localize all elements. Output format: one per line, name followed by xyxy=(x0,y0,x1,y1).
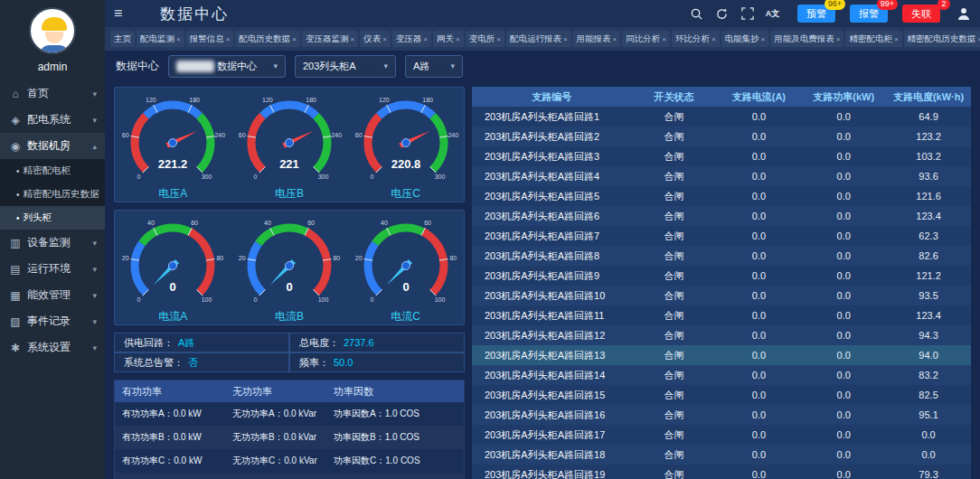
tab-power-history[interactable]: 配电历史数据× xyxy=(235,31,300,47)
tab-close-icon[interactable]: × xyxy=(456,35,460,43)
tab-close-icon[interactable]: × xyxy=(496,35,501,43)
sidebar-subitem-row-head-cabinet[interactable]: •列头柜 xyxy=(0,206,105,230)
tab-gateway[interactable]: 网关× xyxy=(433,31,464,47)
tab-power-monitor[interactable]: 配电监测× xyxy=(137,31,184,47)
tab-energy-collection[interactable]: 电能集抄× xyxy=(721,31,769,47)
info-value: A路 xyxy=(178,336,194,350)
sidebar-item-power-system[interactable]: ◈配电系统▾ xyxy=(0,107,105,133)
sidebar-item-label: 系统设置 xyxy=(27,340,71,355)
table-row[interactable]: 203机房A列头柜A路回路18合闸0.00.00.0 xyxy=(472,445,971,465)
svg-text:40: 40 xyxy=(264,220,271,226)
tab-close-icon[interactable]: × xyxy=(423,35,428,43)
tab-close-icon[interactable]: × xyxy=(761,35,766,43)
offline-button[interactable]: 失联2 xyxy=(902,5,940,23)
tab-home[interactable]: 主页 xyxy=(110,31,135,47)
table-row[interactable]: 203机房A列头柜A路回路17合闸0.00.00.0 xyxy=(472,425,971,445)
tab-mom-analysis[interactable]: 环比分析× xyxy=(672,31,720,47)
language-icon[interactable]: A文 xyxy=(765,6,780,22)
table-row[interactable]: 203机房A列头柜A路回路2合闸0.00.0123.2 xyxy=(472,127,971,146)
power-table-row: 有功功率C：0.0 kW无功功率C：0.0 kVar功率因数C：1.0 COS xyxy=(115,449,464,473)
branch-header-cell: 支路功率(kW) xyxy=(801,87,886,107)
tab-label: 用能及电费报表 xyxy=(774,33,834,45)
table-row[interactable]: 203机房A列头柜A路回路16合闸0.00.095.1 xyxy=(472,405,971,425)
table-row[interactable]: 203机房A列头柜A路回路5合闸0.00.0121.6 xyxy=(472,186,971,206)
svg-text:100: 100 xyxy=(434,296,445,303)
tab-energy-report[interactable]: 用能报表× xyxy=(573,31,621,47)
avatar[interactable] xyxy=(29,7,76,54)
sidebar-item-data-room[interactable]: ◉数据机房▴ xyxy=(0,133,105,159)
sidebar-subitem-precision-history[interactable]: •精密配电历史数据 xyxy=(0,183,105,206)
sidebar-item-system-settings[interactable]: ✱系统设置▾ xyxy=(0,334,105,361)
tab-yoy-analysis[interactable]: 同比分析× xyxy=(622,31,670,47)
branch-power-cell: 0.0 xyxy=(801,445,886,465)
user-icon[interactable] xyxy=(956,6,971,22)
branch-header-cell: 支路电度(kW·h) xyxy=(886,87,971,107)
tab-energy-fee-report[interactable]: 用能及电费报表× xyxy=(770,31,843,47)
sidebar-item-device-monitor[interactable]: ▥设备监测▾ xyxy=(0,230,105,256)
data-room-icon: ◉ xyxy=(8,140,23,153)
menu-toggle-icon[interactable]: ≡ xyxy=(114,5,122,22)
tab-close-icon[interactable]: × xyxy=(711,35,716,43)
tab-label: 环比分析 xyxy=(675,33,710,45)
table-row[interactable]: 203机房A列头柜A路回路15合闸0.00.082.5 xyxy=(472,385,971,405)
sidebar-item-event-log[interactable]: ▧事件记录▾ xyxy=(0,308,105,334)
tab-alarm-info[interactable]: 报警信息× xyxy=(186,31,234,47)
table-row[interactable]: 203机房A列头柜A路回路19合闸0.00.079.3 xyxy=(472,465,971,479)
datacenter-select[interactable]: 数据中心▾ xyxy=(168,55,286,78)
branch-energy-cell: 83.2 xyxy=(886,365,971,385)
tab-close-icon[interactable]: × xyxy=(613,35,617,43)
cabinet-select[interactable]: 203列头柜A▾ xyxy=(295,55,396,78)
table-row[interactable]: 203机房A列头柜A路回路14合闸0.00.083.2 xyxy=(472,365,971,385)
refresh-icon[interactable] xyxy=(714,6,730,22)
tab-label: 配电运行报表 xyxy=(510,33,561,45)
table-row[interactable]: 203机房A列头柜A路回路3合闸0.00.0103.2 xyxy=(472,146,971,166)
table-row[interactable]: 203机房A列头柜A路回路1合闸0.00.064.9 xyxy=(472,107,971,127)
circuit-select[interactable]: A路▾ xyxy=(405,55,463,78)
tab-close-icon[interactable]: × xyxy=(176,35,181,43)
branch-energy-cell: 94.0 xyxy=(886,345,971,365)
svg-text:60: 60 xyxy=(424,220,431,226)
branch-power-cell: 0.0 xyxy=(801,107,886,127)
table-row[interactable]: 203机房A列头柜A路回路8合闸0.00.082.6 xyxy=(472,246,971,266)
tab-close-icon[interactable]: × xyxy=(662,35,666,43)
tab-close-icon[interactable]: × xyxy=(226,35,231,43)
tab-transformer[interactable]: 变压器× xyxy=(392,31,431,47)
sidebar-item-runtime-env[interactable]: ▤运行环境▾ xyxy=(0,256,105,282)
tab-close-icon[interactable]: × xyxy=(894,35,899,43)
table-row[interactable]: 203机房A列头柜A路回路6合闸0.00.0123.4 xyxy=(472,206,971,226)
tab-close-icon[interactable]: × xyxy=(292,35,297,43)
tab-close-icon[interactable]: × xyxy=(836,35,841,43)
fullscreen-icon[interactable] xyxy=(740,6,755,22)
warning-button[interactable]: 预警96+ xyxy=(797,5,835,23)
table-row[interactable]: 203机房A列头柜A路回路11合闸0.00.0123.4 xyxy=(472,305,971,325)
tab-close-icon[interactable]: × xyxy=(382,35,387,43)
tab-meter[interactable]: 仪表× xyxy=(360,31,391,47)
tab-precision-history[interactable]: 精密配电历史数据× xyxy=(904,31,980,47)
alarm-button[interactable]: 报警99+ xyxy=(850,5,888,23)
table-row[interactable]: 203机房A列头柜A路回路10合闸0.00.093.5 xyxy=(472,286,971,305)
sidebar-item-home[interactable]: ⌂首页▾ xyxy=(0,80,105,107)
tab-close-icon[interactable]: × xyxy=(351,35,355,43)
info-value: 否 xyxy=(188,356,198,370)
table-row[interactable]: 203机房A列头柜A路回路4合闸0.00.093.6 xyxy=(472,166,971,186)
table-row[interactable]: 203机房A列头柜A路回路7合闸0.00.062.3 xyxy=(472,226,971,246)
branch-energy-cell: 64.9 xyxy=(886,107,971,127)
branch-name-cell: 203机房A列头柜A路回路18 xyxy=(472,445,632,465)
table-row[interactable]: 203机房A列头柜A路回路9合闸0.00.0121.2 xyxy=(472,266,971,286)
tab-close-icon[interactable]: × xyxy=(563,35,568,43)
bullet-icon: • xyxy=(16,213,20,223)
branch-name-cell: 203机房A列头柜A路回路10 xyxy=(472,286,632,305)
sidebar-item-energy-mgmt[interactable]: ▦能效管理▾ xyxy=(0,282,105,308)
tab-transformer-monitor[interactable]: 变压器监测× xyxy=(302,31,358,47)
info-label: 总电度： xyxy=(299,336,339,350)
tab-power-run-report[interactable]: 配电运行报表× xyxy=(506,31,571,47)
branch-name-cell: 203机房A列头柜A路回路4 xyxy=(472,166,632,186)
tab-substation[interactable]: 变电所× xyxy=(466,31,504,47)
tab-precision-cabinet[interactable]: 精密配电柜× xyxy=(845,31,901,47)
table-row[interactable]: 203机房A列头柜A路回路13合闸0.00.094.0 xyxy=(472,345,971,365)
sidebar-subitem-precision-cabinet[interactable]: •精密配电柜 xyxy=(0,159,105,183)
branch-energy-cell: 0.0 xyxy=(886,445,971,465)
table-row[interactable]: 203机房A列头柜A路回路12合闸0.00.094.3 xyxy=(472,325,971,345)
search-icon[interactable] xyxy=(689,6,704,22)
branch-name-cell: 203机房A列头柜A路回路16 xyxy=(472,405,632,425)
